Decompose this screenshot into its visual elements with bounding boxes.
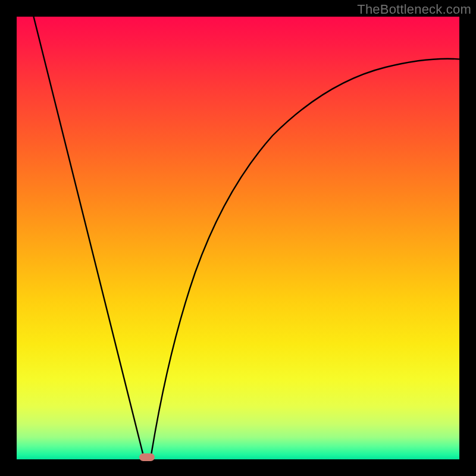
plot-area <box>17 17 459 459</box>
curve-left-branch <box>32 11 143 456</box>
curve-right-branch <box>151 59 469 455</box>
chart-frame: TheBottleneck.com <box>0 0 476 476</box>
minimum-marker <box>139 453 155 461</box>
watermark-text: TheBottleneck.com <box>357 2 471 17</box>
bottleneck-curve <box>17 17 459 459</box>
